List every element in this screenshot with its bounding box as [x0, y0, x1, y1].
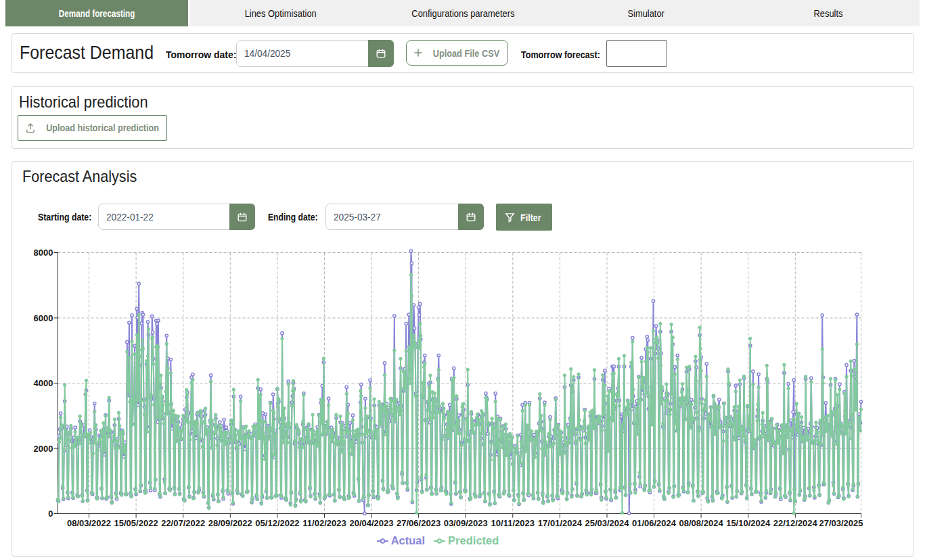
svg-text:25/03/2024: 25/03/2024: [585, 518, 629, 528]
svg-text:15/05/2022: 15/05/2022: [114, 518, 158, 528]
svg-text:28/09/2022: 28/09/2022: [208, 518, 252, 528]
svg-text:15/10/2024: 15/10/2024: [726, 518, 771, 528]
svg-text:8000: 8000: [34, 248, 53, 258]
svg-text:08/03/2022: 08/03/2022: [67, 518, 111, 528]
svg-text:2000: 2000: [34, 444, 53, 454]
svg-text:4000: 4000: [34, 378, 53, 388]
svg-text:17/01/2024: 17/01/2024: [538, 518, 583, 528]
svg-text:22/12/2024: 22/12/2024: [773, 518, 818, 528]
svg-text:11/02/2023: 11/02/2023: [302, 518, 346, 528]
svg-text:01/06/2024: 01/06/2024: [632, 518, 677, 528]
svg-text:0: 0: [48, 509, 53, 519]
svg-text:03/09/2023: 03/09/2023: [444, 518, 488, 528]
svg-text:05/12/2022: 05/12/2022: [255, 518, 299, 528]
svg-text:22/07/2022: 22/07/2022: [161, 518, 205, 528]
svg-text:10/11/2023: 10/11/2023: [491, 518, 535, 528]
svg-text:27/06/2023: 27/06/2023: [397, 518, 441, 528]
svg-text:08/08/2024: 08/08/2024: [679, 518, 724, 528]
svg-text:6000: 6000: [34, 313, 53, 323]
svg-text:27/03/2025: 27/03/2025: [819, 518, 863, 528]
svg-text:20/04/2023: 20/04/2023: [349, 518, 393, 528]
